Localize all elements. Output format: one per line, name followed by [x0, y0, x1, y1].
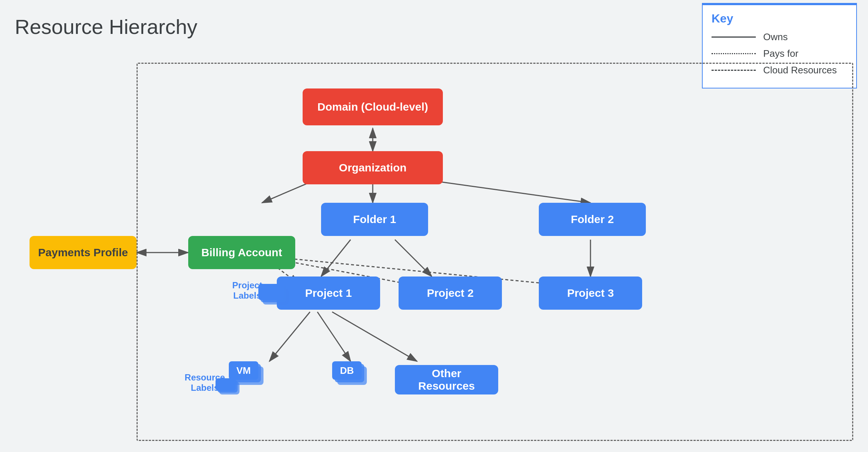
- page-title: Resource Hierarchy: [15, 15, 197, 39]
- other-resources-node: Other Resources: [395, 365, 498, 394]
- folder2-node: Folder 2: [539, 203, 646, 236]
- diagram: Domain (Cloud-level) Organization Paymen…: [11, 41, 857, 445]
- project3-node: Project 3: [539, 277, 642, 310]
- payments-profile-node: Payments Profile: [30, 236, 137, 269]
- folder1-node: Folder 1: [321, 203, 428, 236]
- owns-line-icon: [712, 36, 756, 38]
- domain-node: Domain (Cloud-level): [303, 88, 443, 125]
- vm-node: VM: [229, 361, 258, 380]
- project2-node: Project 2: [399, 277, 502, 310]
- key-title: Key: [712, 12, 847, 25]
- project1-node: Project 1: [277, 277, 380, 310]
- db-node: DB: [332, 361, 362, 380]
- billing-account-node: Billing Account: [188, 236, 295, 269]
- organization-node: Organization: [303, 151, 443, 184]
